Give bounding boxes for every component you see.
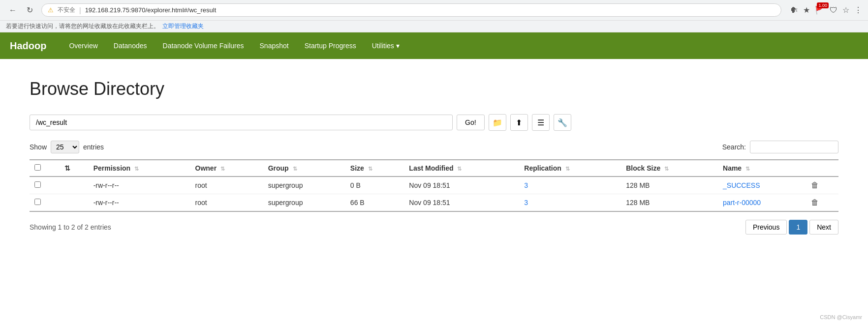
owner-sort-icon: ⇅ [220,166,225,172]
warning-icon: ⚠ [48,6,54,14]
row2-name-cell: part-r-00000 [718,194,806,212]
th-block-size[interactable]: Block Size ⇅ [621,160,718,177]
row1-name-cell: _SUCCESS [718,177,806,194]
row2-permission: -rw-r--r-- [89,194,190,212]
address-bar: ⚠ 不安全 | 192.168.219.75:9870/explorer.htm… [41,3,781,17]
search-input[interactable] [750,141,838,153]
th-name[interactable]: Name ⇅ [718,160,806,177]
table-row: -rw-r--r-- root supergroup 66 B Nov 09 1… [30,194,838,212]
owner-col-label: Owner [195,164,217,172]
row2-owner: root [190,194,263,212]
nav-datanode-volume-failures[interactable]: Datanode Volume Failures [155,34,252,58]
read-aloud-icon[interactable]: 🗣 [790,6,798,15]
row1-group: supergroup [263,177,345,194]
folder-icon: 📁 [493,118,502,127]
navbar-brand[interactable]: Hadoop [10,40,46,52]
row2-size: 66 B [345,194,404,212]
row1-block-size: 128 MB [621,177,718,194]
row2-block-size: 128 MB [621,194,718,212]
th-last-modified[interactable]: Last Modified ⇅ [404,160,519,177]
row1-owner: root [190,177,263,194]
menu-icon[interactable]: ⋮ [854,5,862,15]
browse-folder-button[interactable]: 📁 [489,114,506,131]
bookmark-bar: 若要进行快速访问，请将您的网址收藏放在此收藏夹栏上。 立即管理收藏夹 [0,21,868,32]
block-size-col-label: Block Size [626,164,660,172]
row2-checkbox[interactable] [34,199,41,205]
pagination-row: Showing 1 to 2 of 2 entries Previous 1 N… [30,220,838,235]
row2-group: supergroup [263,194,345,212]
list-view-button[interactable]: ☰ [532,114,550,131]
th-owner[interactable]: Owner ⇅ [190,160,263,177]
back-button[interactable]: ← [6,3,20,17]
row2-replication-link[interactable]: 3 [524,199,528,206]
browser-nav-buttons: ← ↻ [6,3,36,17]
select-all-checkbox[interactable] [34,164,41,171]
path-row: Go! 📁 ⬆ ☰ 🔧 [30,114,838,131]
search-label: Search: [722,143,746,151]
settings-button[interactable]: 🔧 [554,114,571,131]
nav-startup-progress[interactable]: Startup Progress [297,34,364,58]
go-button[interactable]: Go! [457,115,485,130]
row1-permission: -rw-r--r-- [89,177,190,194]
size-col-label: Size [350,164,364,172]
permission-sort-icon: ⇅ [134,166,139,172]
row2-delete-button[interactable]: 🗑 [811,198,819,207]
name-col-label: Name [723,164,742,172]
upload-button[interactable]: ⬆ [510,114,528,131]
table-header-row: ⇅ Permission ⇅ Owner ⇅ Group ⇅ Size ⇅ [30,160,838,177]
permission-col-label: Permission [93,164,130,172]
browser-chrome: ← ↻ ⚠ 不安全 | 192.168.219.75:9870/explorer… [0,0,868,21]
row1-checkbox[interactable] [34,181,41,188]
page-1-button[interactable]: 1 [789,220,807,235]
group-col-label: Group [268,164,289,172]
th-permission[interactable]: Permission ⇅ [89,160,190,177]
shield-icon[interactable]: 🛡 [830,6,837,15]
row1-replication-link[interactable]: 3 [524,181,528,189]
nav-snapshot[interactable]: Snapshot [252,34,297,58]
browser-toolbar-icons: 🗣 ★ 🚩1.00 🛡 ☆ ⋮ [790,5,862,15]
row1-delete-button[interactable]: 🗑 [811,181,819,190]
sort-icon: ⇅ [64,164,70,172]
path-input[interactable] [30,115,453,130]
search-right: Search: [722,141,838,153]
row2-icon-cell [60,194,89,212]
last-modified-col-label: Last Modified [409,164,453,172]
row2-last-modified: Nov 09 18:51 [404,194,519,212]
directory-table: ⇅ Permission ⇅ Owner ⇅ Group ⇅ Size ⇅ [30,159,838,212]
manage-favorites-link[interactable]: 立即管理收藏夹 [162,22,204,30]
list-icon: ☰ [537,118,544,127]
nav-datanodes[interactable]: Datanodes [106,34,155,58]
row2-name-link[interactable]: part-r-00000 [723,199,761,206]
separator: | [79,6,81,14]
row1-name-link[interactable]: _SUCCESS [723,181,760,189]
main-content: Browse Directory Go! 📁 ⬆ ☰ 🔧 Show 10 25 … [0,59,868,264]
row1-replication: 3 [519,177,621,194]
name-sort-icon: ⇅ [745,166,750,172]
replication-col-label: Replication [524,164,561,172]
favorites-icon[interactable]: ★ [803,5,810,15]
th-replication[interactable]: Replication ⇅ [519,160,621,177]
th-checkbox [30,160,60,177]
wrench-icon: 🔧 [558,118,567,127]
row1-checkbox-cell [30,177,60,194]
block-size-sort-icon: ⇅ [664,166,669,172]
not-secure-label: 不安全 [58,6,75,14]
th-sort[interactable]: ⇅ [60,160,89,177]
extensions-icon[interactable]: 🚩1.00 [815,5,825,15]
th-size[interactable]: Size ⇅ [345,160,404,177]
show-entries-row: Show 10 25 50 100 entries Search: [30,141,838,153]
row2-checkbox-cell [30,194,60,212]
nav-utilities[interactable]: Utilities ▾ [364,34,407,58]
refresh-button[interactable]: ↻ [23,3,36,17]
row2-replication: 3 [519,194,621,212]
navbar-links: Overview Datanodes Datanode Volume Failu… [61,34,407,58]
star-icon[interactable]: ☆ [842,5,849,15]
size-sort-icon: ⇅ [368,166,372,172]
next-button[interactable]: Next [809,220,838,235]
navbar: Hadoop Overview Datanodes Datanode Volum… [0,32,868,59]
entries-select[interactable]: 10 25 50 100 [51,141,79,153]
table-row: -rw-r--r-- root supergroup 0 B Nov 09 18… [30,177,838,194]
previous-button[interactable]: Previous [745,220,787,235]
nav-overview[interactable]: Overview [61,34,105,58]
th-group[interactable]: Group ⇅ [263,160,345,177]
